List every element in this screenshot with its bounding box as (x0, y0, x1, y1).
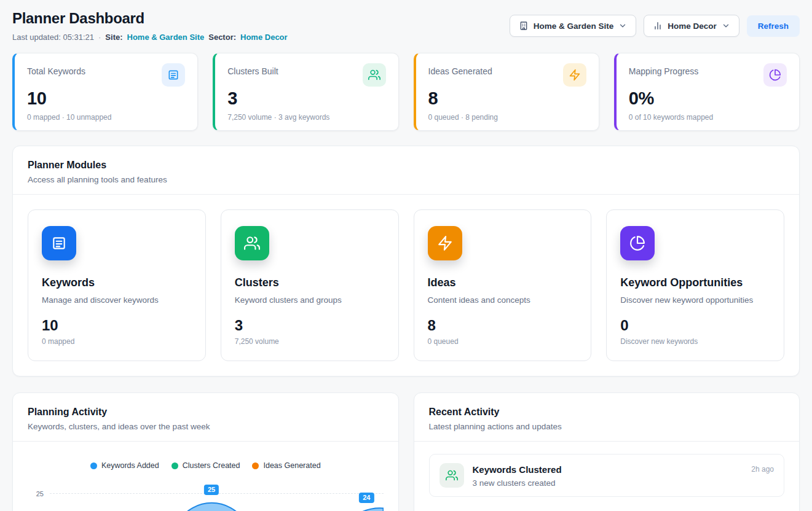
module-title: Ideas (428, 276, 578, 289)
recent-activity-item: Keywords Clustered 3 new clusters create… (429, 454, 785, 497)
document-icon (42, 226, 76, 260)
users-icon (235, 226, 269, 260)
activity-area-chart: 25 25 24 (28, 485, 384, 511)
pie-chart-icon (620, 226, 655, 260)
modules-grid: Keywords Manage and discover keywords 10… (13, 195, 799, 376)
chevron-down-icon (618, 21, 627, 30)
module-card-keyword-opportunities[interactable]: Keyword Opportunities Discover new keywo… (606, 209, 784, 361)
module-title: Clusters (235, 276, 385, 289)
bottom-row: Planning Activity Keywords, clusters, an… (12, 392, 800, 511)
data-point-label: 25 (204, 485, 219, 495)
legend-dot (171, 462, 178, 469)
site-selector-dropdown[interactable]: Home & Garden Site (510, 15, 637, 37)
stat-title: Total Keywords (27, 66, 85, 76)
activity-item-timestamp: 2h ago (751, 465, 774, 474)
site-selector-value: Home & Garden Site (534, 21, 614, 31)
module-value: 8 (428, 317, 578, 334)
stat-title: Ideas Generated (428, 66, 492, 76)
stat-subtext: 0 mapped · 10 unmapped (27, 113, 185, 122)
stat-card-mapping-progress: Mapping Progress 0% 0 of 10 keywords map… (614, 53, 800, 131)
sector-link[interactable]: Home Decor (240, 33, 288, 42)
users-icon (363, 63, 386, 87)
module-value: 3 (235, 317, 385, 334)
module-description: Content ideas and concepts (428, 295, 578, 305)
activity-item-title: Keywords Clustered (473, 464, 743, 475)
stat-value: 8 (428, 88, 586, 109)
stat-card-ideas-generated: Ideas Generated 8 0 queued · 8 pending (414, 53, 599, 131)
module-title: Keyword Opportunities (620, 276, 770, 289)
bolt-icon (563, 63, 586, 87)
page-title: Planner Dashboard (12, 10, 288, 27)
modules-section-title: Planner Modules (28, 160, 784, 171)
legend-label: Ideas Generated (263, 461, 320, 470)
activity-item-description: 3 new clusters created (473, 478, 743, 488)
site-link[interactable]: Home & Garden Site (127, 33, 205, 42)
module-value: 0 (620, 317, 770, 334)
stat-value: 3 (227, 88, 385, 109)
topbar: Planner Dashboard Last updated: 05:31:21… (12, 10, 800, 42)
chart-legend: Keywords Added Clusters Created Ideas Ge… (28, 461, 384, 470)
bolt-icon (428, 226, 462, 260)
module-description: Discover new keyword opportunities (620, 295, 770, 305)
stat-subtext: 0 of 10 keywords mapped (629, 113, 787, 122)
legend-item-keywords-added[interactable]: Keywords Added (90, 461, 159, 470)
data-point-label: 24 (359, 493, 374, 503)
module-card-ideas[interactable]: Ideas Content ideas and concepts 8 0 que… (414, 209, 592, 361)
document-icon (162, 63, 185, 87)
sector-selector-dropdown[interactable]: Home Decor (644, 15, 739, 37)
y-axis-tick: 25 (28, 485, 44, 511)
legend-dot (252, 462, 259, 469)
refresh-button[interactable]: Refresh (747, 15, 800, 37)
module-card-clusters[interactable]: Clusters Keyword clusters and groups 3 7… (221, 209, 399, 361)
module-subtext: 0 queued (428, 337, 578, 346)
module-card-keywords[interactable]: Keywords Manage and discover keywords 10… (28, 209, 206, 361)
planner-dashboard-page: Planner Dashboard Last updated: 05:31:21… (0, 0, 812, 511)
legend-dot (90, 462, 97, 469)
sector-label: Sector: (208, 33, 236, 42)
bar-chart-icon (653, 21, 663, 31)
legend-item-clusters-created[interactable]: Clusters Created (171, 461, 240, 470)
stat-value: 10 (27, 88, 185, 109)
planner-modules-panel: Planner Modules Access all planning tool… (12, 146, 800, 376)
planning-activity-subtitle: Keywords, clusters, and ideas over the p… (28, 422, 384, 431)
sector-selector-value: Home Decor (668, 21, 717, 31)
stat-card-clusters-built: Clusters Built 3 7,250 volume · 3 avg ke… (213, 53, 398, 131)
legend-label: Clusters Created (183, 461, 240, 470)
stat-subtext: 0 queued · 8 pending (428, 113, 586, 122)
last-updated-text: Last updated: 05:31:21 (12, 33, 94, 42)
users-icon (440, 463, 464, 488)
stat-subtext: 7,250 volume · 3 avg keywords (227, 113, 385, 122)
module-description: Manage and discover keywords (42, 295, 192, 305)
chart-plot-area: 25 24 (50, 485, 384, 511)
stats-row: Total Keywords 10 0 mapped · 10 unmapped… (12, 53, 800, 131)
recent-activity-panel: Recent Activity Latest planning actions … (414, 392, 800, 511)
area-series-keywords-added (50, 494, 384, 511)
stat-value: 0% (629, 88, 787, 109)
topbar-controls: Home & Garden Site Home Decor Refresh (510, 15, 800, 37)
legend-label: Keywords Added (101, 461, 159, 470)
recent-activity-subtitle: Latest planning actions and updates (429, 422, 785, 431)
site-label: Site: (105, 33, 122, 42)
topbar-left: Planner Dashboard Last updated: 05:31:21… (12, 10, 288, 42)
planning-activity-title: Planning Activity (28, 407, 384, 418)
modules-section-subtitle: Access all planning tools and features (28, 175, 784, 184)
module-title: Keywords (42, 276, 192, 289)
module-subtext: Discover new keywords (620, 337, 770, 346)
legend-item-ideas-generated[interactable]: Ideas Generated (252, 461, 320, 470)
module-subtext: 7,250 volume (235, 337, 385, 346)
meta-line: Last updated: 05:31:21 · Site: Home & Ga… (12, 33, 288, 42)
stat-title: Clusters Built (227, 66, 278, 76)
pie-chart-icon (763, 63, 787, 87)
module-subtext: 0 mapped (42, 337, 192, 346)
building-icon (519, 21, 529, 31)
module-value: 10 (42, 317, 192, 334)
recent-activity-title: Recent Activity (429, 407, 785, 418)
stat-title: Mapping Progress (629, 66, 699, 76)
separator-dot: · (98, 33, 101, 42)
chevron-down-icon (722, 21, 730, 30)
stat-card-total-keywords: Total Keywords 10 0 mapped · 10 unmapped (12, 53, 198, 131)
planning-activity-panel: Planning Activity Keywords, clusters, an… (12, 392, 399, 511)
module-description: Keyword clusters and groups (235, 295, 385, 305)
